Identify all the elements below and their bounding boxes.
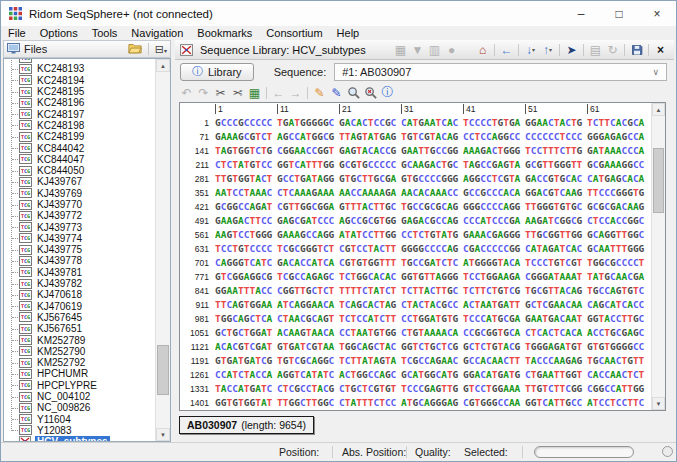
base-group: GTCGGAGGCG [215, 270, 273, 284]
base-group: TTAGTATGAG [339, 130, 397, 144]
tree-item[interactable]: TCGKJ567651 [4, 323, 155, 334]
base-group: GAAAGCGTCT [215, 130, 273, 144]
tree-item[interactable]: TCGNC_009826 [4, 402, 155, 413]
tree-item[interactable]: TCGKJ439778 [4, 255, 155, 266]
menu-consortium[interactable]: Consortium [259, 27, 329, 39]
tree-item[interactable]: TCGKC248197 [4, 108, 155, 119]
back-icon[interactable]: ← [498, 42, 515, 58]
base-group: CTCTATGTCC [215, 158, 273, 172]
base-group: ACTGGCCAGC [339, 368, 397, 382]
tree-item[interactable]: HCV_subtypes [4, 436, 155, 441]
maximize-button[interactable]: □ [600, 1, 638, 26]
menu-file[interactable]: File [1, 27, 33, 39]
edit-pen-icon[interactable]: ✎ [328, 85, 345, 101]
sequence-file-icon: TCG [19, 200, 32, 210]
tree-item[interactable]: TCGKJ439769 [4, 188, 155, 199]
files-tree[interactable]: TCGTCGKC248193TCGKC248194TCGKC248195TCGK… [3, 58, 171, 442]
tree-item[interactable]: TCGKC844042 [4, 142, 155, 153]
sequence-position: 421 [183, 200, 209, 214]
sequence-view[interactable]: 1112131415161 1GCCCGCCCCCTGATGGGGGCGACAC… [179, 102, 666, 411]
menu-navigation[interactable]: Navigation [124, 27, 190, 39]
scroll-up-icon[interactable]: ▲ [652, 103, 665, 116]
zoom-in-icon[interactable] [345, 85, 362, 101]
base-group: ACTAATGATT [463, 298, 521, 312]
close-icon[interactable]: × [652, 42, 669, 58]
tree-item[interactable]: TCGKC248194 [4, 75, 155, 86]
up-arrow-icon[interactable]: ↑▾ [539, 42, 556, 58]
tree-item[interactable]: TCGKJ439774 [4, 233, 155, 244]
base-group: CTCAAAGAAA [277, 186, 335, 200]
minimize-button[interactable]: – [562, 1, 600, 26]
home-icon[interactable]: ⌂ [474, 42, 491, 58]
tree-item[interactable]: TCGKC248198 [4, 120, 155, 131]
tree-item[interactable]: TCGHPCHUMR [4, 368, 155, 379]
tree-item[interactable]: TCGKJ439772 [4, 210, 155, 221]
base-group: AACCAAAAGA [339, 186, 397, 200]
highlight-pen-icon[interactable]: ✎ [311, 85, 328, 101]
tree-item[interactable]: TCGKJ439767 [4, 176, 155, 187]
zoom-out-icon[interactable] [362, 85, 379, 101]
tree-item[interactable]: TCGKM252789 [4, 334, 155, 345]
menu-options[interactable]: Options [33, 27, 85, 39]
tree-item[interactable]: TCGKC248193 [4, 63, 155, 74]
sequence-library-tab-title: Sequence Library: HCV_subtypes [200, 44, 366, 56]
base-group: TCAGCACTAG [339, 298, 397, 312]
tree-item[interactable]: TCGNC_004102 [4, 391, 155, 402]
collapse-all-icon[interactable]: ⊟▾ [155, 43, 167, 56]
tree-item[interactable]: TCGKC844050 [4, 165, 155, 176]
files-tree-scrollbar[interactable]: ▲ ▼ [155, 59, 170, 441]
base-group: TCCCGAGTTG [401, 382, 459, 396]
tree-item[interactable]: TCGKJ439782 [4, 278, 155, 289]
library-button[interactable]: ⓘLibrary [180, 63, 254, 81]
ruler-tick: 51 [525, 104, 587, 116]
save-icon[interactable] [628, 42, 645, 58]
menu-bookmarks[interactable]: Bookmarks [190, 27, 259, 39]
tree-item[interactable]: TCGKC248199 [4, 131, 155, 142]
tree-item[interactable]: TCGY11604 [4, 414, 155, 425]
tree-item[interactable]: TCGKJ470619 [4, 301, 155, 312]
next-position-icon: → [287, 85, 304, 101]
tree-item[interactable]: TCGKJ439770 [4, 199, 155, 210]
sequence-position: 841 [183, 284, 209, 298]
tree-item[interactable]: TCGKJ439775 [4, 244, 155, 255]
open-folder-icon[interactable] [128, 43, 142, 56]
base-group: CGGTTGCTCT [277, 284, 335, 298]
menu-tools[interactable]: Tools [85, 27, 125, 39]
cut-left-icon[interactable]: ✂ [212, 85, 229, 101]
scroll-up-icon[interactable]: ▲ [156, 59, 170, 72]
sequence-file-icon: TCG [19, 312, 32, 322]
down-arrow-icon[interactable]: ↓▾ [522, 42, 539, 58]
tree-item[interactable]: TCGY12083 [4, 425, 155, 436]
sequence-row: 421GCGGCCAGATCGTTGGCGGAGTTTACTTGCTGCCGCG… [183, 200, 650, 214]
tree-item[interactable]: TCGHPCPLYPRE [4, 380, 155, 391]
sequence-tab[interactable]: AB030907(length: 9654) [179, 416, 314, 434]
tree-item[interactable]: TCGKC248195 [4, 86, 155, 97]
sequence-file-icon: TCG [19, 143, 32, 153]
scroll-thumb[interactable] [157, 345, 169, 395]
ruler-tick: 1 [215, 104, 277, 116]
tree-item[interactable]: TCGKC844047 [4, 154, 155, 165]
tree-item[interactable]: TCGKJ439773 [4, 221, 155, 232]
tree-item[interactable]: TCGKM252792 [4, 357, 155, 368]
sequence-select[interactable]: #1: AB030907∨ [334, 63, 667, 81]
base-group: CGGAACCGGT [277, 144, 335, 158]
cut-right-icon[interactable]: ✂ [229, 85, 246, 101]
tree-item[interactable]: TCGKJ470618 [4, 289, 155, 300]
info-icon[interactable]: ⓘ [379, 85, 396, 101]
trim-grid-icon[interactable]: ▦ [246, 85, 263, 101]
tree-item[interactable]: TCGKM252790 [4, 346, 155, 357]
menu-help[interactable]: Help [330, 27, 367, 39]
strip-icon: ▥ [426, 42, 443, 58]
tree-item[interactable]: TCGKJ567645 [4, 312, 155, 323]
scroll-down-icon[interactable]: ▼ [652, 397, 665, 410]
base-group: CTGCTCGTGT [339, 382, 397, 396]
sequence-position: 981 [183, 312, 209, 326]
sequence-file-icon: TCG [19, 324, 32, 334]
close-window-button[interactable]: × [638, 1, 676, 26]
scroll-down-icon[interactable]: ▼ [156, 428, 170, 441]
scroll-thumb[interactable] [653, 148, 664, 213]
sequence-scrollbar[interactable]: ▲ ▼ [651, 103, 665, 410]
tree-item[interactable]: TCGKC248196 [4, 97, 155, 108]
tree-item[interactable]: TCGKJ439781 [4, 267, 155, 278]
send-icon[interactable]: ➤ [563, 42, 580, 58]
